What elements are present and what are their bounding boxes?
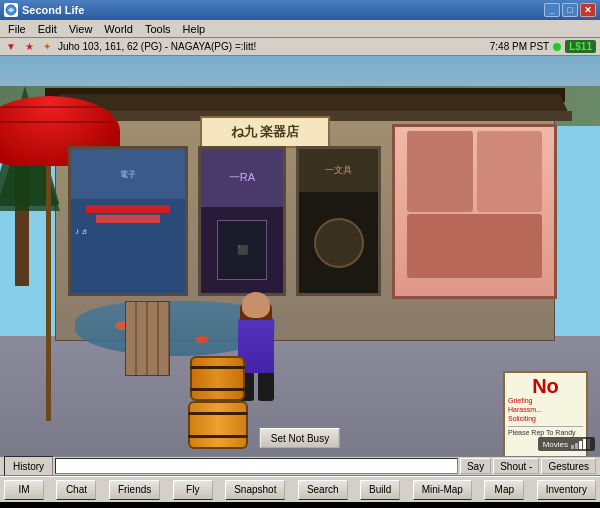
bottom-toolbar: IM Chat Friends Fly Snapshot Search Buil… [0,476,600,502]
say-button[interactable]: Say [460,458,491,474]
toolbar-snapshot[interactable]: Snapshot [225,480,285,500]
history-button[interactable]: History [4,456,53,476]
money-display: L$11 [565,40,596,53]
infobar-left: ▼ ★ ✦ Juho 103, 161, 62 (PG) - NAGAYA(PG… [4,40,256,54]
menu-edit[interactable]: Edit [32,20,63,38]
toolbar-map[interactable]: Map [484,480,524,500]
titlebar-left: Second Life [4,3,84,17]
menu-world[interactable]: World [98,20,139,38]
time-text: 7:48 PM PST [490,41,549,52]
set-not-busy-label[interactable]: Set Not Busy [260,428,340,448]
infobar: ▼ ★ ✦ Juho 103, 161, 62 (PG) - NAGAYA(PG… [0,38,600,56]
app-icon [4,3,18,17]
maximize-button[interactable]: □ [562,3,578,17]
umbrella-pole [46,161,51,421]
shop-sign-main: ね九 楽器店 [200,116,330,148]
toolbar-im[interactable]: IM [4,480,44,500]
movies-volume-bar: Movies [538,437,595,451]
app-title: Second Life [22,4,84,16]
char-leg-right [258,373,274,401]
left-shop-window: 電子 ♪ ♬ [68,146,188,296]
titlebar-controls: _ □ ✕ [544,3,596,17]
close-button[interactable]: ✕ [580,3,596,17]
say-shout-area: Say Shout - [460,458,539,474]
titlebar: Second Life _ □ ✕ [0,0,600,20]
chat-input-field[interactable] [55,458,458,474]
fish2 [195,336,209,343]
pink-billboard [392,124,557,299]
boardwalk [125,301,170,376]
no-sign-title: No [508,376,583,396]
toolbar-chat[interactable]: Chat [56,480,96,500]
toolbar-inventory[interactable]: Inventory [537,480,596,500]
barrels-group [190,356,248,449]
chatbar: History Say Shout - Gestures [0,456,600,476]
toolbar-fly[interactable]: Fly [173,480,213,500]
center-shop-window: 一RA ⬛ [198,146,286,296]
toolbar-search[interactable]: Search [298,480,348,500]
vol-bar-1 [571,445,574,449]
toolbar-minimap[interactable]: Mini-Map [413,480,472,500]
menu-help[interactable]: Help [177,20,212,38]
vol-bar-4 [583,439,586,449]
star-icon: ★ [22,40,36,54]
toolbar-friends[interactable]: Friends [109,480,160,500]
vol-bar-3 [579,441,582,449]
barrel-bottom [188,401,248,449]
brown-shop-window: 一文具 [296,146,381,296]
gestures-button[interactable]: Gestures [541,458,596,474]
toolbar-build[interactable]: Build [360,480,400,500]
movies-label: Movies [543,440,568,449]
health-icon: ▼ [4,40,18,54]
barrel-top [190,356,245,401]
connection-icon [553,43,561,51]
char-head [242,292,270,318]
menubar: File Edit View World Tools Help [0,20,600,38]
game-viewport[interactable]: 電子 ♪ ♬ ね九 楽器店 一RA ⬛ 一文具 [0,56,600,456]
set-not-busy-button[interactable]: Set Not Busy [260,428,340,448]
vol-bar-5 [587,439,590,449]
menu-tools[interactable]: Tools [139,20,177,38]
no-sign-footer: Please Rep To Randy [508,426,583,436]
shout-button[interactable]: Shout - [493,458,539,474]
vol-bar-2 [575,443,578,449]
location-text: Juho 103, 161, 62 (PG) - NAGAYA(PG) =:li… [58,41,256,52]
menu-file[interactable]: File [2,20,32,38]
volume-bars [571,439,590,449]
menu-view[interactable]: View [63,20,99,38]
fly-icon: ✦ [40,40,54,54]
minimize-button[interactable]: _ [544,3,560,17]
no-sign-body: Griefing Harassm... Soliciting [508,396,583,423]
infobar-right: 7:48 PM PST L$11 [490,40,596,53]
